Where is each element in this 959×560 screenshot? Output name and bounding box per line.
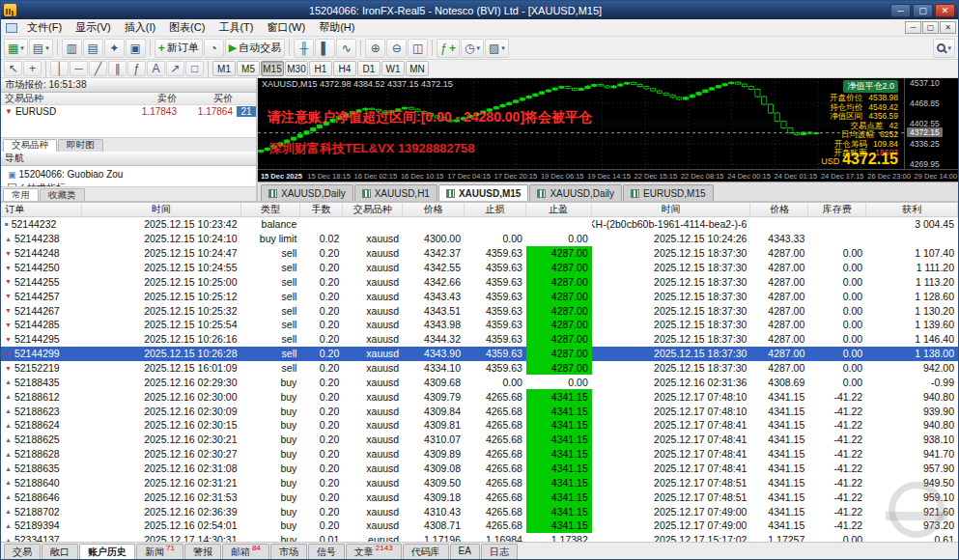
vertical-line-tool[interactable]: │ bbox=[50, 61, 69, 76]
column-header-9[interactable]: 价格 bbox=[750, 203, 808, 216]
zoom-out-button[interactable]: ⊖ bbox=[386, 39, 407, 58]
templates-button[interactable]: ▨▾ bbox=[485, 39, 509, 58]
table-row[interactable]: ▲523341372025.12.17 14:30:31buy0.01eurus… bbox=[1, 533, 958, 542]
indicators-button[interactable]: ƒ+ bbox=[437, 39, 460, 58]
navigator-toggle[interactable]: ✦ bbox=[104, 39, 125, 58]
column-header-4[interactable]: 交易品种 bbox=[343, 203, 403, 216]
menu-item-0[interactable]: 文件(F) bbox=[20, 19, 69, 36]
time-axis[interactable]: 15 Dec 202515 Dec 18:1516 Dec 02:1516 De… bbox=[258, 169, 958, 182]
timeframe-button-h4[interactable]: H4 bbox=[333, 61, 356, 76]
data-window-toggle[interactable]: ▤ bbox=[83, 39, 103, 58]
table-row[interactable]: ▲521886352025.12.16 02:31:08buy0.20xauus… bbox=[1, 462, 958, 476]
tab-symbols[interactable]: 交易品种 bbox=[3, 139, 57, 152]
timeframe-button-m30[interactable]: M30 bbox=[285, 61, 308, 76]
table-row[interactable]: ■521442322025.12.15 10:23:42balanceKH-(2… bbox=[1, 217, 958, 232]
chart-tab-1[interactable]: XAUUSD,H1 bbox=[354, 184, 437, 201]
child-minimize-button[interactable]: ─ bbox=[905, 21, 921, 34]
table-row[interactable]: ▼521442502025.12.15 10:24:55sell0.20xauu… bbox=[1, 261, 958, 275]
child-restore-button[interactable]: ▢ bbox=[922, 21, 939, 34]
column-header-symbol[interactable]: 交易品种 bbox=[1, 92, 117, 105]
column-header-ask[interactable]: 买价 bbox=[181, 92, 237, 105]
chart-tab-0[interactable]: XAUUSD,Daily bbox=[261, 184, 353, 201]
chart-tab-2[interactable]: XAUUSD,M15 bbox=[438, 184, 528, 201]
menu-item-6[interactable]: 帮助(H) bbox=[312, 19, 361, 36]
column-header-2[interactable]: 类型 bbox=[241, 203, 301, 216]
child-close-button[interactable]: ✕ bbox=[940, 21, 956, 34]
shapes-tool[interactable]: □ bbox=[185, 61, 204, 76]
search-button[interactable]: ▾ bbox=[933, 39, 955, 58]
price-axis[interactable]: 4537.104468.854402.554336.254269.954372.… bbox=[904, 78, 958, 169]
table-row[interactable]: ▲521893942025.12.16 02:54:01buy0.20xauus… bbox=[1, 518, 958, 533]
table-row[interactable]: ▼521442992025.12.15 10:26:28sell0.20xauu… bbox=[1, 347, 958, 361]
line-chart-button[interactable]: ∿ bbox=[336, 39, 356, 58]
table-row[interactable]: ▼521442482025.12.15 10:24:47sell0.20xauu… bbox=[1, 246, 958, 261]
market-watch-toggle[interactable]: ▥ bbox=[62, 39, 82, 58]
table-row[interactable]: ▼521522192025.12.15 16:01:09sell0.20xauu… bbox=[1, 361, 958, 376]
close-button[interactable]: ✕ bbox=[935, 4, 955, 17]
table-row[interactable]: ▼521442952025.12.15 10:26:16sell0.20xauu… bbox=[1, 332, 958, 347]
table-row[interactable]: ▲521886252025.12.16 02:30:21buy0.20xauus… bbox=[1, 433, 958, 447]
candlestick-chart-button[interactable]: ╫ bbox=[294, 39, 314, 58]
chart-tab-3[interactable]: XAUUSD,Daily bbox=[529, 184, 622, 201]
terminal-tab-8[interactable]: 文章2143 bbox=[346, 544, 402, 559]
table-row[interactable]: ▼521442572025.12.15 10:25:12sell0.20xauu… bbox=[1, 289, 958, 303]
column-header-5[interactable]: 价格 bbox=[403, 203, 465, 216]
table-row[interactable]: ▲521886232025.12.16 02:30:09buy0.20xauus… bbox=[1, 404, 958, 418]
timeframe-button-m5[interactable]: M5 bbox=[237, 61, 260, 76]
maximize-button[interactable]: ▢ bbox=[913, 4, 933, 17]
terminal-tab-1[interactable]: 敞口 bbox=[42, 544, 78, 559]
tab-common[interactable]: 常用 bbox=[3, 188, 39, 201]
periods-button[interactable]: ◷▾ bbox=[461, 39, 484, 58]
channel-tool[interactable]: ∥ bbox=[108, 61, 127, 76]
column-header-bid[interactable]: 卖价 bbox=[117, 92, 181, 105]
table-row[interactable]: ▲521887022025.12.16 02:36:39buy0.20xauus… bbox=[1, 504, 958, 518]
table-row[interactable]: ▲521886282025.12.16 02:30:27buy0.20xauus… bbox=[1, 447, 958, 462]
terminal-toggle[interactable]: ▣ bbox=[126, 39, 146, 58]
column-header-1[interactable]: 时间 bbox=[82, 203, 241, 216]
table-row[interactable]: ▲521886462025.12.16 02:31:53buy0.20xauus… bbox=[1, 490, 958, 504]
symbol-row[interactable]: ▼ EURUSD 1.17843 1.17864 21 bbox=[1, 105, 256, 118]
column-header-10[interactable]: 库存费 bbox=[808, 203, 866, 216]
timeframe-button-d1[interactable]: D1 bbox=[357, 61, 381, 76]
terminal-tab-9[interactable]: 代码库 bbox=[403, 544, 449, 559]
terminal-tab-5[interactable]: 邮箱84 bbox=[222, 544, 269, 559]
menu-item-3[interactable]: 图表(C) bbox=[162, 19, 212, 36]
bar-chart-button[interactable]: ▌ bbox=[315, 39, 335, 58]
terminal-tab-6[interactable]: 市场 bbox=[270, 544, 307, 559]
menu-item-5[interactable]: 窗口(W) bbox=[260, 19, 312, 36]
terminal-tab-3[interactable]: 新闻71 bbox=[136, 544, 183, 559]
cursor-tool[interactable]: ↖ bbox=[4, 61, 22, 76]
timeframe-button-mn[interactable]: MN bbox=[406, 61, 429, 76]
chart-tab-4[interactable]: EURUSD,M15 bbox=[623, 184, 713, 201]
menu-item-1[interactable]: 显示(V) bbox=[69, 19, 118, 36]
column-header-3[interactable]: 手数 bbox=[300, 203, 343, 216]
terminal-tab-0[interactable]: 交易 bbox=[4, 544, 41, 559]
column-header-11[interactable]: 获利 bbox=[866, 203, 958, 216]
text-tool[interactable]: A bbox=[147, 61, 165, 76]
column-header-6[interactable]: 止损 bbox=[465, 203, 526, 216]
menu-item-4[interactable]: 工具(T) bbox=[212, 19, 260, 36]
crosshair-tool[interactable]: + bbox=[23, 61, 42, 76]
timeframe-button-w1[interactable]: W1 bbox=[381, 61, 405, 76]
tile-windows-button[interactable]: ◫ bbox=[408, 39, 428, 58]
terminal-tab-7[interactable]: 信号 bbox=[308, 544, 345, 559]
column-header-0[interactable]: 订单 bbox=[1, 203, 82, 216]
chart-window-icon[interactable] bbox=[6, 23, 17, 33]
navigator-account[interactable]: ▣ 15204066: Guobiao Zou bbox=[1, 168, 256, 182]
table-row[interactable]: ▼521442552025.12.15 10:25:00sell0.20xauu… bbox=[1, 274, 958, 289]
column-header-8[interactable]: 时间 bbox=[592, 203, 751, 216]
minimize-button[interactable]: ─ bbox=[890, 4, 911, 17]
new-chart-button[interactable]: ▦▾ bbox=[4, 39, 28, 58]
timeframe-button-h1[interactable]: H1 bbox=[309, 61, 332, 76]
table-row[interactable]: ▼521442672025.12.15 10:25:32sell0.20xauu… bbox=[1, 303, 958, 318]
menu-item-2[interactable]: 插入(I) bbox=[118, 19, 162, 36]
new-order-button[interactable]: +新订单 bbox=[155, 39, 203, 58]
table-row[interactable]: ▲521442382025.12.15 10:24:10buy limit0.0… bbox=[1, 232, 958, 246]
tab-tick-chart[interactable]: 即时图 bbox=[58, 139, 103, 152]
autotrading-button[interactable]: ▶自动交易 bbox=[225, 39, 285, 58]
table-row[interactable]: ▲521886242025.12.16 02:30:15buy0.20xauus… bbox=[1, 418, 958, 433]
strategy-tester-toggle[interactable]: ◔ bbox=[204, 39, 224, 58]
table-row[interactable]: ▼521442852025.12.15 10:25:54sell0.20xauu… bbox=[1, 318, 958, 332]
table-row[interactable]: ▲521884352025.12.16 02:29:30buy0.20xauus… bbox=[1, 375, 958, 389]
terminal-tab-2[interactable]: 账户历史 bbox=[79, 544, 135, 559]
